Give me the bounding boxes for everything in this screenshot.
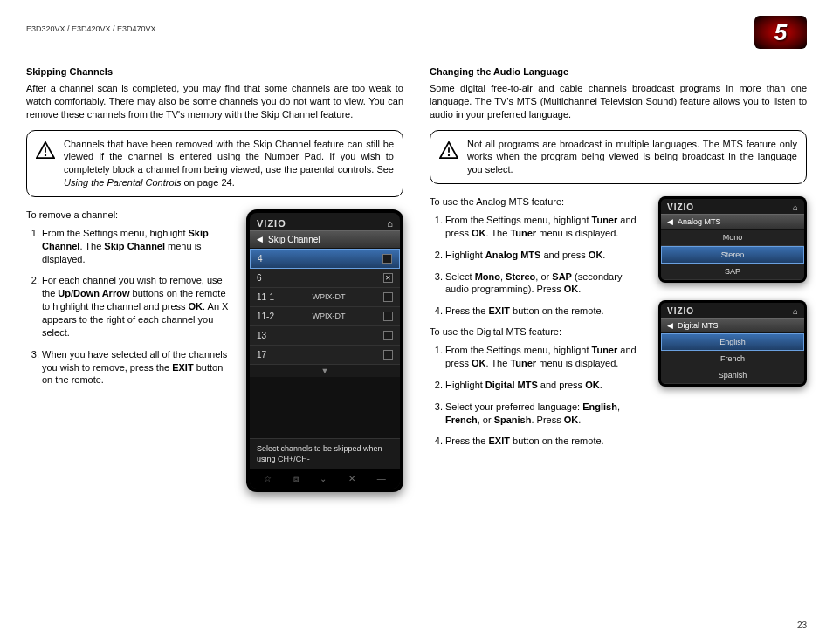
menu-option-selected: Stereo xyxy=(661,246,804,264)
chapter-number: 5 xyxy=(774,19,787,46)
page-number: 23 xyxy=(797,620,807,630)
menu-title-row: ◀Digital MTS xyxy=(661,318,804,333)
digital-mts-screenshot: VIZIO⌂ ◀Digital MTS English French Spani… xyxy=(658,300,807,387)
bottom-toolbar: ☆ ⧈ ⌄ ✕ — xyxy=(250,469,400,489)
menu-option: Mono xyxy=(661,230,804,246)
svg-point-5 xyxy=(448,154,450,155)
skipping-intro: After a channel scan is completed, you m… xyxy=(26,82,403,121)
vizio-logo: VIZIO xyxy=(257,218,286,229)
menu-title: Skip Channel xyxy=(268,235,320,244)
audio-intro: Some digital free-to-air and cable chann… xyxy=(430,82,807,121)
channel-list: 4 6✕ 11-1WPIX-DT 11-2WPIX-DT 13 17 xyxy=(250,249,400,365)
note-text: Channels that have been removed with the… xyxy=(64,138,394,189)
back-arrow-icon: ◀ xyxy=(667,217,673,226)
digital-step-3: Select your preferred language: English,… xyxy=(445,401,646,427)
section-title-audio: Changing the Audio Language xyxy=(430,66,807,77)
vizio-logo: VIZIO xyxy=(667,306,694,316)
channel-row: 4 xyxy=(250,249,400,269)
warning-icon xyxy=(36,141,55,161)
digital-step-1: From the Settings menu, highlight Tuner … xyxy=(445,344,646,370)
svg-point-2 xyxy=(45,154,46,155)
back-arrow-icon: ◀ xyxy=(257,235,263,243)
scroll-down-icon: ▼ xyxy=(250,365,400,377)
channel-row: 6✕ xyxy=(250,269,400,288)
skip-step-2: For each channel you wish to remove, use… xyxy=(42,274,234,339)
analog-steps: From the Settings menu, highlight Tuner … xyxy=(430,214,646,318)
skip-channel-screenshot: VIZIO ⌂ ◀ Skip Channel 4 6✕ 11-1WPIX-DT … xyxy=(246,209,403,492)
page-header: E3D320VX / E3D420VX / E3D470VX 5 xyxy=(26,24,807,49)
note-skip-channel: Channels that have been removed with the… xyxy=(26,130,403,197)
home-icon: ⌂ xyxy=(793,306,798,316)
analog-step-3: Select Mono, Stereo, or SAP (secondary a… xyxy=(445,271,646,297)
menu-title-row: ◀ Skip Channel xyxy=(250,230,400,249)
analog-step-1: From the Settings menu, highlight Tuner … xyxy=(445,214,646,240)
digital-step-4: Press the EXIT button on the remote. xyxy=(445,435,646,448)
analog-mts-screenshot: VIZIO⌂ ◀Analog MTS Mono Stereo SAP xyxy=(658,196,807,283)
menu-option: French xyxy=(661,351,804,367)
note-text: Not all programs are broadcast in multip… xyxy=(467,138,797,177)
channel-row: 11-1WPIX-DT xyxy=(250,288,400,307)
toolbar-icon: ☆ xyxy=(264,474,272,484)
toolbar-icon: ⧈ xyxy=(293,474,299,484)
menu-option-selected: English xyxy=(661,333,804,351)
left-column: Skipping Channels After a channel scan i… xyxy=(26,66,403,492)
two-column-layout: Skipping Channels After a channel scan i… xyxy=(26,66,807,492)
help-text: Select channels to be skipped when using… xyxy=(250,438,400,469)
menu-option: Spanish xyxy=(661,367,804,384)
channel-row: 17 xyxy=(250,346,400,365)
channel-row: 11-2WPIX-DT xyxy=(250,307,400,326)
toolbar-icon: ⌄ xyxy=(320,474,327,484)
chapter-badge: 5 xyxy=(754,16,807,49)
analog-intro: To use the Analog MTS feature: xyxy=(430,196,646,207)
toolbar-icon: — xyxy=(377,474,386,484)
note-mts: Not all programs are broadcast in multip… xyxy=(430,130,807,185)
digital-steps: From the Settings menu, highlight Tuner … xyxy=(430,344,646,448)
right-column: Changing the Audio Language Some digital… xyxy=(430,66,807,492)
analog-step-4: Press the EXIT button on the remote. xyxy=(445,305,646,318)
channel-row: 13 xyxy=(250,326,400,346)
skip-step-1: From the Settings menu, highlight Skip C… xyxy=(42,227,234,266)
digital-step-2: Highlight Digital MTS and press OK. xyxy=(445,379,646,392)
vizio-logo: VIZIO xyxy=(667,202,694,212)
back-arrow-icon: ◀ xyxy=(667,321,673,330)
analog-step-2: Highlight Analog MTS and press OK. xyxy=(445,249,646,262)
skip-steps: From the Settings menu, highlight Skip C… xyxy=(26,227,234,387)
menu-title-row: ◀Analog MTS xyxy=(661,214,804,230)
section-title-skipping: Skipping Channels xyxy=(26,66,403,77)
home-icon: ⌂ xyxy=(793,202,798,212)
home-icon: ⌂ xyxy=(387,218,393,229)
menu-option: SAP xyxy=(661,264,804,280)
skip-step-3: When you have selected all of the channe… xyxy=(42,348,234,387)
warning-icon xyxy=(439,141,458,161)
digital-intro: To use the Digital MTS feature: xyxy=(430,326,646,337)
model-numbers: E3D320VX / E3D420VX / E3D470VX xyxy=(26,24,156,33)
toolbar-icon: ✕ xyxy=(348,474,355,484)
remove-channel-intro: To remove a channel: xyxy=(26,209,234,220)
